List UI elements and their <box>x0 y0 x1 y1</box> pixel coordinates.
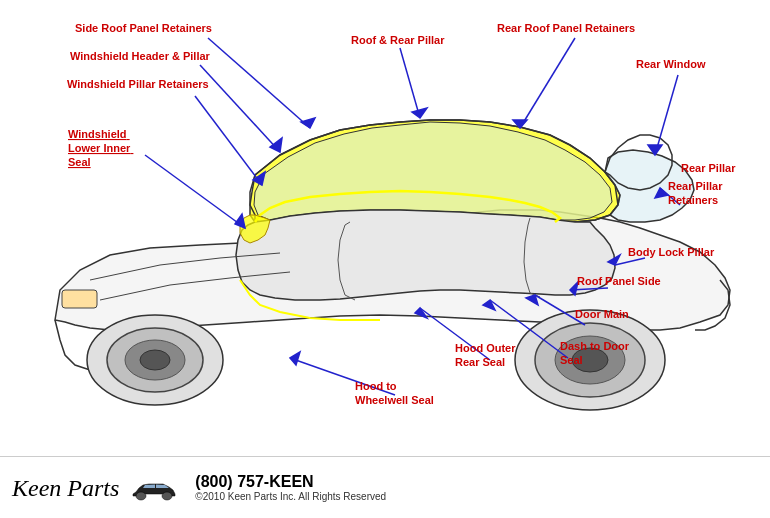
label-body-lock-pillar: Body Lock Pillar <box>628 246 715 258</box>
svg-line-11 <box>400 48 420 118</box>
svg-marker-22 <box>235 214 245 228</box>
logo-text: Keen Parts <box>12 475 119 501</box>
label-roof-panel-side: Roof Panel Side <box>577 275 661 287</box>
label-windshield-header-pillar: Windshield Header & Pillar <box>70 50 211 62</box>
svg-line-15 <box>200 65 280 152</box>
label-hood-to-wheelwell-seal: Hood to Wheelwell Seal <box>355 380 434 406</box>
label-rear-roof-panel-retainers: Rear Roof Panel Retainers <box>497 22 635 34</box>
footer-copyright: ©2010 Keen Parts Inc. All Rights Reserve… <box>195 491 386 502</box>
diagram-container: Side Roof Panel Retainers Roof & Rear Pi… <box>0 0 770 518</box>
svg-marker-16 <box>270 138 282 152</box>
svg-point-3 <box>140 350 170 370</box>
car-icon <box>131 474 181 502</box>
footer: Keen Parts (800) 757-KEEN ©2010 Keen Par… <box>0 456 770 518</box>
svg-point-37 <box>136 492 146 500</box>
svg-point-38 <box>162 492 172 500</box>
svg-line-21 <box>145 155 245 228</box>
svg-marker-12 <box>412 108 427 118</box>
label-windshield-lower-inner-seal: Windshield Lower Inner Seal <box>68 128 133 168</box>
label-windshield-pillar-retainers: Windshield Pillar Retainers <box>67 78 209 90</box>
svg-line-13 <box>520 38 575 128</box>
label-rear-window: Rear Window <box>636 58 706 70</box>
label-roof-rear-pillar: Roof & Rear Pillar <box>351 34 445 46</box>
label-door-main: Door Main <box>575 308 629 320</box>
diagram-svg: Side Roof Panel Retainers Roof & Rear Pi… <box>0 0 770 518</box>
footer-phone: (800) 757-KEEN <box>195 473 386 491</box>
svg-marker-36 <box>290 352 300 365</box>
label-side-roof-panel-retainers: Side Roof Panel Retainers <box>75 22 212 34</box>
brand-logo: Keen Parts <box>12 476 119 500</box>
svg-line-19 <box>195 96 262 185</box>
svg-rect-8 <box>62 290 97 308</box>
label-hood-outer-rear-seal: Hood Outer Rear Seal <box>455 342 519 368</box>
svg-marker-10 <box>301 118 315 128</box>
svg-line-9 <box>208 38 310 128</box>
footer-info: (800) 757-KEEN ©2010 Keen Parts Inc. All… <box>195 473 386 502</box>
label-rear-pillar: Rear Pillar <box>681 162 736 174</box>
